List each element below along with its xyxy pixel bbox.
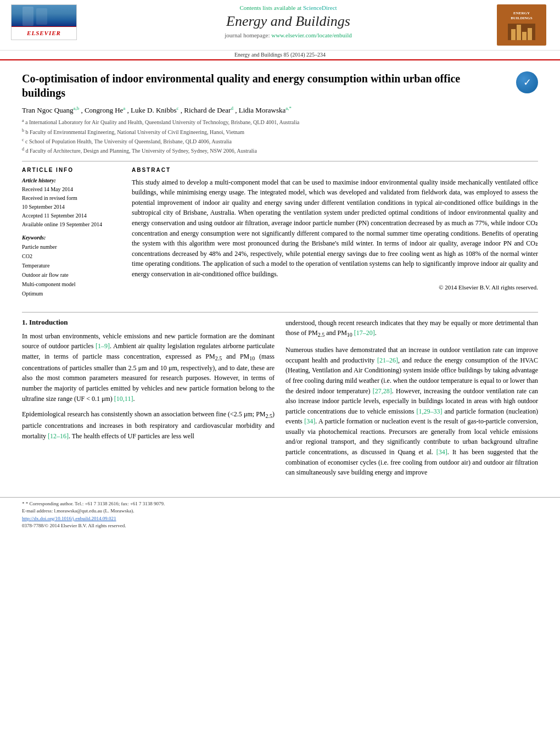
keyword-4: Outdoor air flow rate bbox=[22, 270, 121, 280]
keyword-3: Temperature bbox=[22, 261, 121, 270]
article-info-col: ARTICLE INFO Article history: Received 1… bbox=[22, 167, 121, 304]
affiliation-b: b b Faculty of Environmental Engineering… bbox=[22, 127, 538, 136]
ref-34b[interactable]: [34] bbox=[436, 448, 447, 456]
body-section: 1. Introduction In most urban environmen… bbox=[22, 318, 538, 483]
journal-homepage: journal homepage: www.elsevier.com/locat… bbox=[93, 32, 483, 38]
keywords-label: Keywords: bbox=[22, 235, 121, 241]
header-center: Contents lists available at ScienceDirec… bbox=[82, 4, 494, 38]
elsevier-wordmark: ELSEVIER bbox=[27, 30, 61, 36]
article-history: Article history: Received 14 May 2014 Re… bbox=[22, 177, 121, 229]
eb-logo-image: ENERGYBUILDINGS bbox=[497, 4, 546, 46]
ref-17-20[interactable]: [17–20] bbox=[354, 329, 375, 337]
footnote-1: * * Corresponding author. Tel.: +61 7 31… bbox=[22, 500, 538, 530]
authors-line: Tran Ngoc Quanga,b , Congrong Hea , Luke… bbox=[22, 105, 538, 115]
author-6: Lidia Morawskaa,* bbox=[239, 106, 292, 114]
doi-link[interactable]: http://dx.doi.org/10.1016/j.enbuild.2014… bbox=[22, 516, 116, 521]
title-section: Co-optimisation of indoor environmental … bbox=[22, 69, 538, 100]
article-info-abstract: ARTICLE INFO Article history: Received 1… bbox=[22, 167, 538, 304]
keywords-section: Keywords: Particle number CO2 Temperatur… bbox=[22, 235, 121, 298]
issn-text: 0378-7788/© 2014 Elsevier B.V. All right… bbox=[22, 522, 538, 530]
affiliation-c: c c School of Population Health, The Uni… bbox=[22, 137, 538, 146]
abstract-header: ABSTRACT bbox=[132, 167, 538, 173]
eb-logo-text: ENERGYBUILDINGS bbox=[509, 10, 533, 22]
asterisk-icon: * bbox=[22, 501, 26, 506]
history-dates: Received 14 May 2014 Received in revised… bbox=[22, 185, 121, 229]
ref-12-16[interactable]: [12–16] bbox=[48, 432, 69, 440]
footnote-line-2: E-mail address: l.morawska@qut.edu.au (L… bbox=[22, 507, 538, 515]
eb-logo-building-graphic bbox=[508, 24, 535, 40]
journal-title: Energy and Buildings bbox=[93, 13, 483, 30]
author-5: , bbox=[235, 106, 237, 114]
history-label: Article history: bbox=[22, 177, 121, 183]
author-4: , Richard de Deard bbox=[181, 106, 235, 114]
sciencedirect-anchor[interactable]: ScienceDirect bbox=[303, 4, 337, 11]
body-para-4: Numerous studies have demonstrated that … bbox=[285, 345, 538, 478]
keyword-1: Particle number bbox=[22, 242, 121, 252]
affiliation-d: d d Faculty of Architecture, Design and … bbox=[22, 146, 538, 155]
building-bar-1 bbox=[511, 29, 516, 40]
received-revised-label: Received in revised form bbox=[22, 194, 121, 203]
keyword-5: Multi-component model bbox=[22, 280, 121, 289]
affiliation-a: a a International Laboratory for Air Qua… bbox=[22, 118, 538, 126]
journal-logo: ENERGYBUILDINGS bbox=[494, 4, 549, 46]
building-bar-3 bbox=[522, 32, 527, 40]
body-col-right: understood, though recent research indic… bbox=[285, 318, 538, 483]
keyword-2: CO2 bbox=[22, 252, 121, 261]
ref-1-9[interactable]: [1–9] bbox=[96, 342, 110, 350]
footnote-line-1: * * Corresponding author. Tel.: +61 7 31… bbox=[22, 500, 538, 508]
body-two-col: 1. Introduction In most urban environmen… bbox=[22, 318, 538, 483]
section-1-title: 1. Introduction bbox=[22, 318, 275, 327]
article-title: Co-optimisation of indoor environmental … bbox=[22, 71, 516, 100]
building-bar-2 bbox=[517, 25, 521, 40]
ref-1-29-33[interactable]: [1,29–33] bbox=[416, 408, 442, 415]
building-bar-4 bbox=[528, 28, 532, 40]
received-revised-date: 10 September 2014 bbox=[22, 203, 121, 211]
page-footer: * * Corresponding author. Tel.: +61 7 31… bbox=[0, 497, 560, 533]
divider-1 bbox=[22, 161, 538, 161]
author-2: , Congrong Hea bbox=[81, 106, 127, 114]
received-date: Received 14 May 2014 bbox=[22, 185, 121, 194]
keywords-list: Particle number CO2 Temperature Outdoor … bbox=[22, 242, 121, 298]
abstract-col: ABSTRACT This study aimed to develop a m… bbox=[132, 167, 538, 304]
ref-10-11[interactable]: [10,11] bbox=[114, 395, 133, 403]
affiliations: a a International Laboratory for Air Qua… bbox=[22, 118, 538, 155]
elsevier-image-top bbox=[12, 5, 76, 26]
article-meta-bar: Energy and Buildings 85 (2014) 225–234 bbox=[0, 50, 560, 59]
sciencedirect-link: Contents lists available at ScienceDirec… bbox=[93, 4, 483, 11]
body-para-1: In most urban environments, vehicle emis… bbox=[22, 331, 275, 404]
body-para-2: Epidemiological research has consistentl… bbox=[22, 409, 275, 441]
ref-27-28[interactable]: [27,28] bbox=[373, 387, 392, 395]
divider-2 bbox=[22, 312, 538, 313]
elsevier-image-bottom: ELSEVIER bbox=[12, 26, 76, 40]
homepage-url[interactable]: www.elsevier.com/locate/enbuild bbox=[271, 32, 352, 38]
ref-21-26[interactable]: [21–26] bbox=[377, 356, 398, 364]
accepted-date: Accepted 11 September 2014 bbox=[22, 211, 121, 220]
available-date: Available online 19 September 2014 bbox=[22, 220, 121, 229]
ref-34[interactable]: [34] bbox=[304, 417, 315, 425]
copyright: © 2014 Elsevier B.V. All rights reserved… bbox=[132, 284, 538, 291]
elsevier-image: ELSEVIER bbox=[11, 4, 77, 40]
crossmark-logo bbox=[516, 71, 538, 93]
elsevier-logo: ELSEVIER bbox=[11, 4, 82, 40]
main-content: Co-optimisation of indoor environmental … bbox=[0, 60, 560, 489]
abstract-text: This study aimed to develop a multi-comp… bbox=[132, 177, 538, 280]
page-header: ELSEVIER Contents lists available at Sci… bbox=[0, 0, 560, 60]
article-info-header: ARTICLE INFO bbox=[22, 167, 121, 173]
body-para-3: understood, though recent research indic… bbox=[285, 318, 538, 339]
keyword-6: Optimum bbox=[22, 289, 121, 298]
body-col-left: 1. Introduction In most urban environmen… bbox=[22, 318, 275, 483]
author-3: , Luke D. Knibbsc bbox=[127, 106, 181, 114]
author-1: Tran Ngoc Quanga,b bbox=[22, 106, 81, 114]
